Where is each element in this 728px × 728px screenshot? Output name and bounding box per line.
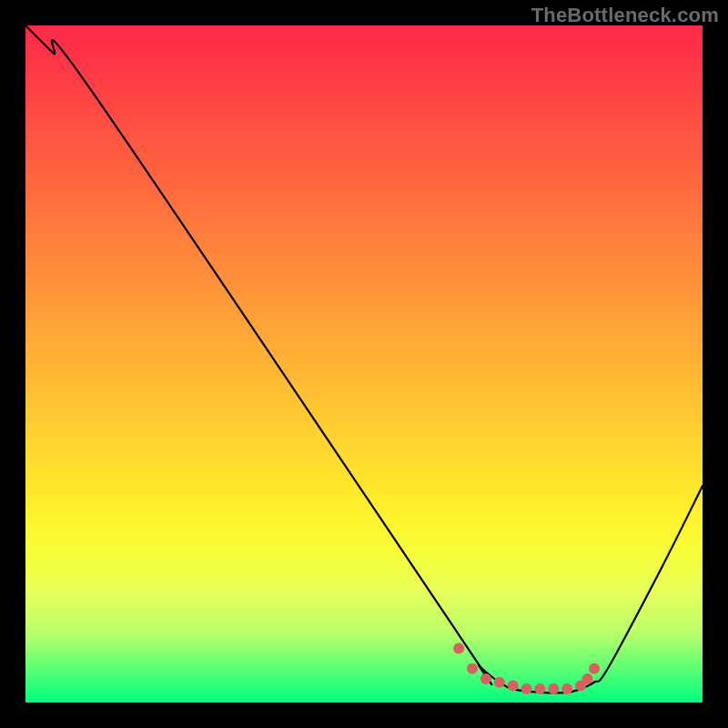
highlight-dot: [508, 680, 519, 691]
highlight-dot: [521, 683, 532, 694]
highlight-dot: [561, 683, 572, 694]
watermark-text: TheBottleneck.com: [531, 4, 719, 27]
curve-svg: [25, 25, 703, 703]
highlight-dot: [548, 683, 559, 694]
plot-area: [25, 25, 703, 703]
highlight-dot: [494, 677, 505, 688]
highlight-dot: [589, 663, 600, 674]
highlight-dots-group: [453, 643, 600, 695]
highlight-dot: [534, 683, 545, 694]
highlight-dot: [582, 673, 593, 684]
highlight-dot: [480, 673, 491, 684]
highlight-dot: [453, 643, 464, 654]
bottleneck-curve: [25, 25, 703, 693]
highlight-dot: [467, 663, 478, 674]
chart-frame: TheBottleneck.com: [0, 0, 728, 728]
